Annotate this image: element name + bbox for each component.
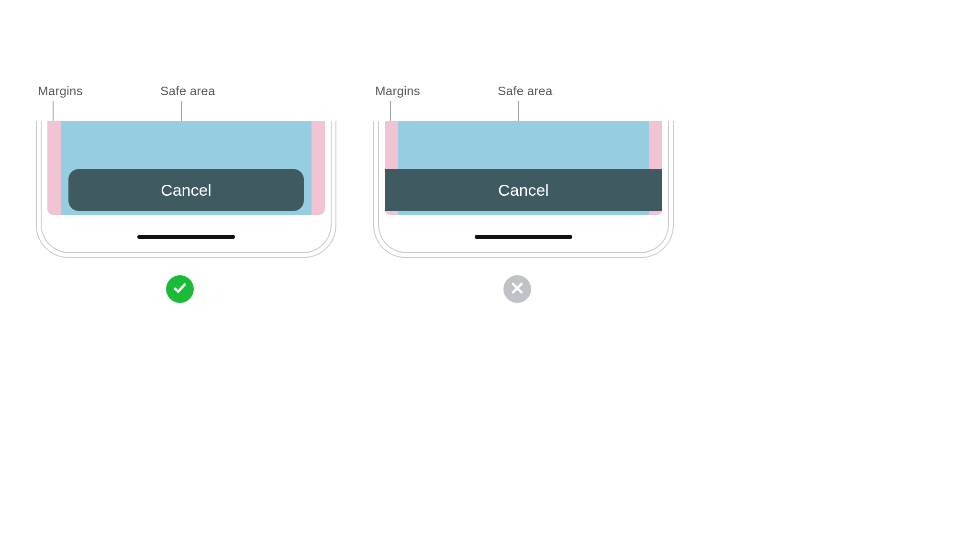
margin-region-left (47, 121, 61, 215)
callout-row: Margins Safe area (36, 84, 336, 121)
cancel-button[interactable]: Cancel (385, 169, 662, 211)
device-screen: Cancel (47, 121, 325, 246)
cancel-button[interactable]: Cancel (68, 169, 304, 211)
device-screen: Cancel (385, 121, 662, 246)
leader-line-safearea (181, 101, 182, 124)
diagram-stage: Margins Safe area Cancel Margins Safe ar… (0, 0, 980, 548)
leader-line-safearea (518, 101, 519, 124)
callout-label-margins: Margins (375, 84, 420, 99)
example-good: Margins Safe area Cancel (36, 84, 371, 258)
leader-line-margins (390, 101, 391, 124)
leader-line-margins (53, 101, 54, 124)
callout-label-safearea: Safe area (160, 84, 215, 99)
checkmark-icon (173, 281, 187, 297)
callout-row: Margins Safe area (373, 84, 674, 121)
device-frame: Cancel (36, 121, 336, 258)
status-badge-incorrect (503, 275, 531, 303)
home-indicator (475, 235, 572, 239)
example-bad: Margins Safe area Cancel (373, 84, 708, 258)
close-icon (510, 281, 524, 297)
device-frame: Cancel (373, 121, 674, 258)
home-indicator (137, 235, 235, 239)
margin-region-right (312, 121, 325, 215)
callout-label-margins: Margins (38, 84, 83, 99)
callout-label-safearea: Safe area (498, 84, 553, 99)
status-badge-correct (166, 275, 194, 303)
